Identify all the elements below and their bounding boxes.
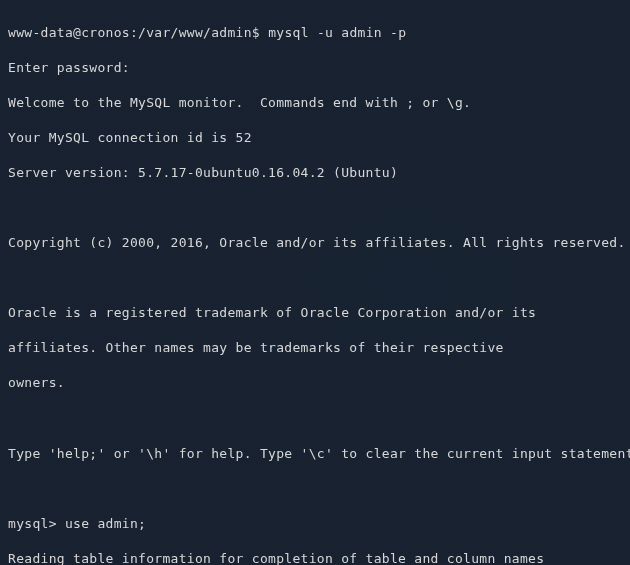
blank-line bbox=[8, 269, 622, 287]
prompt-user: www-data bbox=[8, 25, 73, 40]
mysql-prompt: mysql> bbox=[8, 516, 57, 531]
oracle-line-3: owners. bbox=[8, 374, 622, 392]
mysql-command: use admin; bbox=[65, 516, 146, 531]
connection-id-line: Your MySQL connection id is 52 bbox=[8, 129, 622, 147]
prompt-host: cronos bbox=[81, 25, 130, 40]
welcome-line: Welcome to the MySQL monitor. Commands e… bbox=[8, 94, 622, 112]
prompt-sep: $ bbox=[252, 25, 260, 40]
blank-line bbox=[8, 199, 622, 217]
reading-table-line: Reading table information for completion… bbox=[8, 550, 622, 565]
blank-line bbox=[8, 410, 622, 428]
prompt-path: /var/www/admin bbox=[138, 25, 252, 40]
copyright-line: Copyright (c) 2000, 2016, Oracle and/or … bbox=[8, 234, 622, 252]
oracle-line-2: affiliates. Other names may be trademark… bbox=[8, 339, 622, 357]
help-line: Type 'help;' or '\h' for help. Type '\c'… bbox=[8, 445, 622, 463]
blank-line bbox=[8, 480, 622, 498]
server-version-line: Server version: 5.7.17-0ubuntu0.16.04.2 … bbox=[8, 164, 622, 182]
oracle-line-1: Oracle is a registered trademark of Orac… bbox=[8, 304, 622, 322]
shell-prompt-line: www-data@cronos:/var/www/admin$ mysql -u… bbox=[8, 24, 622, 42]
shell-command: mysql -u admin -p bbox=[268, 25, 406, 40]
enter-password-line: Enter password: bbox=[8, 59, 622, 77]
mysql-use-line: mysql> use admin; bbox=[8, 515, 622, 533]
terminal-output[interactable]: www-data@cronos:/var/www/admin$ mysql -u… bbox=[8, 6, 622, 565]
